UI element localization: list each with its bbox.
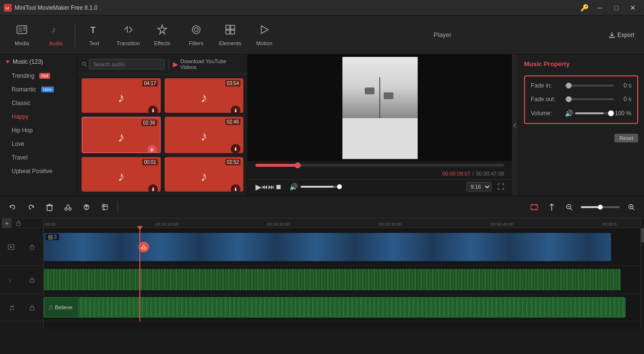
track-number-badge: 3 — [46, 234, 59, 240]
volume-slider[interactable] — [301, 186, 339, 188]
music-note-icon-2: ♪ — [201, 90, 207, 106]
snap-button[interactable] — [544, 199, 559, 215]
zoom-in-button[interactable] — [624, 199, 639, 215]
chevron-left-icon: ❮ — [513, 123, 517, 128]
sidebar-item-travel[interactable]: Travel — [0, 151, 77, 164]
time-separator: / — [473, 171, 474, 177]
svg-marker-49 — [10, 246, 13, 248]
music-note-icon-1: ♪ — [118, 90, 124, 106]
text-toolbar-icon: T — [88, 24, 100, 38]
fade-out-thumb — [566, 96, 572, 102]
svg-rect-52 — [30, 280, 34, 283]
sidebar-item-trending[interactable]: Trending Hot — [0, 69, 77, 83]
progress-thumb — [295, 162, 301, 168]
search-input[interactable] — [89, 59, 165, 70]
ruler-mark-4: 00:00:40:00 — [491, 222, 514, 227]
scrollbar-thumb[interactable] — [641, 228, 644, 243]
volume-prop-slider[interactable] — [575, 112, 611, 114]
zoom-slider[interactable] — [581, 206, 620, 208]
music-card-4[interactable]: ♪ 02:46 ⬇ Chasing — [165, 117, 244, 153]
toolbar-media[interactable]: Media — [5, 18, 39, 52]
volume-icon[interactable]: 🔊 — [289, 183, 298, 191]
video-track-icon[interactable] — [6, 242, 16, 252]
progress-bar[interactable] — [255, 164, 504, 167]
timeline-scrollbar[interactable] — [640, 218, 644, 329]
music-category-header[interactable]: ▼ Music (123) — [0, 54, 77, 69]
toolbar-transition[interactable]: Transition — [111, 18, 145, 52]
left-panel: ▼ Music (123) Trending Hot Romantic New … — [0, 54, 78, 195]
export-button[interactable]: Export — [604, 30, 639, 40]
download-btn-4[interactable]: ⬇ — [231, 144, 240, 153]
reset-button[interactable]: Reset — [614, 134, 638, 142]
music-card-1[interactable]: ♪ 04:17 ⬇ As You Fade Away — [82, 78, 161, 113]
toolbar-text[interactable]: T Text — [77, 18, 111, 52]
sidebar-item-happy[interactable]: Happy — [0, 110, 77, 124]
film-icon-button[interactable] — [526, 199, 542, 215]
duration-1: 04:17 — [142, 80, 157, 87]
music-card-6[interactable]: ♪ 02:52 ⬇ ... — [165, 157, 244, 192]
music-card-3[interactable]: ♪ 02:36 + Believe — [82, 117, 161, 153]
sidebar-item-upbeat[interactable]: Upbeat Positive — [0, 164, 77, 178]
new-badge: New — [41, 87, 54, 92]
download-btn-1[interactable]: ⬇ — [148, 106, 158, 113]
download-btn-6[interactable]: ⬇ — [231, 184, 240, 192]
fade-out-slider[interactable] — [565, 98, 614, 100]
play-button[interactable]: ▶ — [255, 182, 261, 192]
filters-icon — [190, 24, 202, 38]
sidebar-item-romantic[interactable]: Romantic New — [0, 83, 77, 96]
prev-button[interactable]: ⏮ — [261, 183, 268, 191]
music-card-2[interactable]: ♪ 03:54 ⬇ Back one day — [165, 78, 244, 113]
stop-button[interactable]: ⏹ — [275, 183, 282, 191]
hiphop-label: Hip Hop — [12, 127, 33, 134]
toolbar-transition-label: Transition — [117, 40, 140, 46]
music-property-section: Fade in: 0 s Fade out: 0 s Volume: 🔊 — [524, 75, 638, 124]
volume-value: 100 % — [615, 110, 631, 117]
toolbar-motion[interactable]: Motion — [247, 18, 281, 52]
youtube-download-button[interactable]: ▶ Download YouTube Videos — [169, 58, 243, 70]
happy-label: Happy — [12, 113, 29, 120]
audio-track-icon[interactable]: ♪ — [6, 275, 16, 285]
undo-button[interactable] — [5, 199, 20, 215]
toolbar-audio[interactable]: ♪ Audio — [39, 18, 73, 52]
lock-music-button[interactable] — [27, 303, 37, 313]
delete-button[interactable] — [42, 199, 57, 215]
detach-audio-button[interactable] — [79, 199, 94, 215]
close-button[interactable]: ✕ — [626, 3, 640, 13]
download-btn-2[interactable]: ⬇ — [231, 106, 240, 113]
motion-icon — [258, 24, 270, 38]
restore-button[interactable]: □ — [609, 3, 624, 13]
svg-rect-34 — [536, 204, 537, 206]
toolbar-effects[interactable]: Effects — [145, 18, 179, 52]
sidebar-item-classic[interactable]: Classic — [0, 96, 77, 110]
toolbar-elements[interactable]: Elements — [213, 18, 247, 52]
search-icon — [82, 61, 87, 67]
redo-button[interactable] — [23, 199, 39, 215]
lock-track-button[interactable] — [14, 218, 23, 228]
zoom-out-button[interactable] — [561, 199, 577, 215]
fade-in-slider[interactable] — [565, 85, 614, 87]
music-card-5[interactable]: ♪ 00:01 ⬇ ... — [82, 157, 161, 192]
add-track-button[interactable]: + — [2, 218, 12, 228]
panel-divider[interactable]: ❮ — [512, 54, 518, 195]
lock-video-button[interactable] — [27, 242, 37, 252]
aspect-ratio-select[interactable]: 9:16 — [466, 182, 491, 192]
sidebar-item-hiphop[interactable]: Hip Hop — [0, 124, 77, 137]
video-track: 3 — [44, 228, 640, 266]
toolbar-motion-label: Motion — [256, 40, 272, 46]
add-btn-3[interactable]: + — [147, 145, 157, 153]
category-arrow-icon: ▼ — [5, 58, 11, 65]
next-button[interactable]: ⏭ — [268, 183, 275, 191]
toolbar-filters[interactable]: Filters — [179, 18, 213, 52]
track-number: 3 — [54, 234, 57, 240]
fullscreen-button[interactable]: ⛶ — [497, 183, 504, 191]
cut-button[interactable] — [60, 199, 76, 215]
sidebar-item-love[interactable]: Love — [0, 137, 77, 151]
playhead — [139, 228, 140, 321]
download-btn-5[interactable]: ⬇ — [148, 184, 158, 192]
lock-audio-button[interactable] — [27, 275, 37, 285]
minimize-button[interactable]: ─ — [593, 3, 607, 13]
music-track-icon[interactable]: 🎵 — [6, 303, 16, 313]
svg-line-59 — [144, 245, 145, 248]
music-thumb-1: ♪ 04:17 ⬇ — [82, 78, 161, 113]
crop-button[interactable] — [97, 199, 113, 215]
